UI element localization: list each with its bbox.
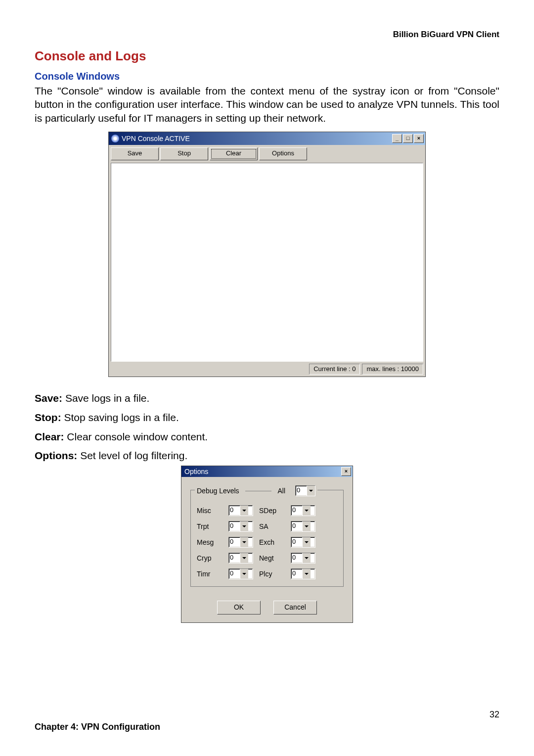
level-dropdown-timr[interactable]: 0 (228, 568, 253, 579)
vpn-console-window: VPN Console ACTIVE _ □ × Save Stop Clear… (108, 132, 426, 377)
def-stop-label: Stop: (35, 412, 61, 423)
level-label-mesg: Mesg (197, 538, 222, 546)
level-label-misc: Misc (197, 507, 222, 515)
level-dropdown-misc[interactable]: 0 (228, 505, 253, 516)
options-close-button[interactable]: × (341, 467, 351, 476)
chevron-down-icon (302, 553, 311, 563)
minimize-button[interactable]: _ (392, 134, 402, 143)
section-title: Console and Logs (35, 48, 499, 64)
console-title: VPN Console ACTIVE (122, 135, 392, 142)
page-number: 32 (35, 709, 499, 720)
level-label-negt: Negt (259, 554, 285, 562)
chevron-down-icon (302, 506, 311, 516)
all-dropdown[interactable]: 0 (295, 485, 315, 496)
subsection-title: Console Windows (35, 71, 499, 82)
clear-button[interactable]: Clear (210, 147, 258, 160)
definitions-list: Save: Save logs in a file. Stop: Stop sa… (35, 389, 499, 466)
console-toolbar: Save Stop Clear Options (109, 145, 425, 163)
def-options-label: Options: (35, 450, 77, 461)
chevron-down-icon (240, 506, 248, 516)
def-save-text: Save logs in a file. (62, 392, 149, 404)
options-title: Options (184, 468, 341, 475)
chapter-label: Chapter 4: VPN Configuration (35, 722, 499, 732)
level-label-exch: Exch (259, 538, 285, 546)
def-options-text: Set level of log filtering. (77, 450, 187, 461)
debug-levels-group: Debug Levels All 0 Misc0SDep0Trpt0SA0Mes… (190, 490, 344, 587)
options-dialog: Options × Debug Levels All 0 Misc0SDep0T… (181, 466, 353, 623)
level-label-cryp: Cryp (197, 554, 222, 562)
def-stop-text: Stop saving logs in a file. (61, 412, 179, 423)
maximize-button[interactable]: □ (403, 134, 413, 143)
chevron-down-icon (240, 553, 248, 563)
level-dropdown-trpt[interactable]: 0 (228, 521, 253, 532)
level-dropdown-mesg[interactable]: 0 (228, 537, 253, 548)
save-button[interactable]: Save (111, 147, 159, 160)
status-max-lines: max. lines : 10000 (362, 364, 423, 375)
intro-paragraph: The "Console" window is available from t… (35, 84, 499, 125)
level-dropdown-cryp[interactable]: 0 (228, 553, 253, 564)
level-dropdown-plcy[interactable]: 0 (291, 568, 315, 579)
console-statusbar: Current line : 0 max. lines : 10000 (111, 364, 423, 375)
group-label: Debug Levels (197, 487, 239, 495)
chevron-down-icon (302, 537, 311, 547)
status-current-line: Current line : 0 (309, 364, 360, 375)
level-label-trpt: Trpt (197, 522, 222, 530)
ok-button[interactable]: OK (217, 601, 261, 614)
product-header: Billion BiGuard VPN Client (35, 30, 499, 40)
level-dropdown-negt[interactable]: 0 (291, 553, 315, 564)
level-label-sdep: SDep (259, 507, 285, 515)
chevron-down-icon (240, 521, 248, 531)
level-label-plcy: Plcy (259, 570, 285, 578)
def-clear-text: Clear console window content. (64, 431, 208, 442)
level-dropdown-sa[interactable]: 0 (291, 521, 315, 532)
chevron-down-icon (302, 521, 311, 531)
level-label-timr: Timr (197, 570, 222, 578)
all-label: All (277, 487, 285, 495)
console-log-area (111, 163, 423, 362)
def-clear-label: Clear: (35, 431, 64, 442)
stop-button[interactable]: Stop (160, 147, 208, 160)
def-save-label: Save: (35, 392, 62, 404)
level-dropdown-sdep[interactable]: 0 (291, 505, 315, 516)
chevron-down-icon (302, 569, 311, 579)
close-button[interactable]: × (414, 134, 424, 143)
chevron-down-icon (240, 537, 248, 547)
level-dropdown-exch[interactable]: 0 (291, 537, 315, 548)
chevron-down-icon (307, 486, 315, 496)
cancel-button[interactable]: Cancel (273, 601, 317, 614)
console-titlebar: VPN Console ACTIVE _ □ × (109, 132, 425, 145)
chevron-down-icon (240, 569, 248, 579)
options-button[interactable]: Options (259, 147, 307, 160)
app-icon (111, 135, 119, 142)
level-label-sa: SA (259, 522, 285, 530)
options-titlebar: Options × (181, 466, 353, 477)
